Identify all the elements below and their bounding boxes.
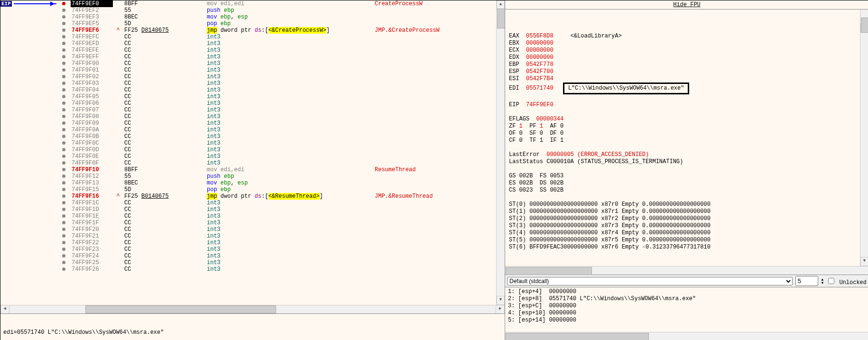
register-line[interactable]: ST(0) 00000000000000000000 x87r0 Empty 0… xyxy=(509,201,865,208)
disasm-row[interactable]: 74FF9F1255push ebp xyxy=(56,173,496,180)
register-line[interactable] xyxy=(509,165,865,173)
breakpoint-dot-icon[interactable] xyxy=(62,115,65,118)
breakpoint-dot-icon[interactable] xyxy=(62,2,65,5)
breakpoint-dot-icon[interactable] xyxy=(62,241,65,244)
scroll-right-icon[interactable]: ► xyxy=(496,305,505,314)
callconv-select[interactable]: Default (stdcall) xyxy=(507,277,793,285)
disasm-row[interactable]: 74FF9F01CCint3 xyxy=(56,67,496,74)
register-line[interactable]: EAX 0556F8D8 <&LoadLibraryA> xyxy=(509,33,865,40)
breakpoint-dot-icon[interactable] xyxy=(62,181,65,184)
breakpoint-dot-icon[interactable] xyxy=(62,135,65,138)
breakpoint-dot-icon[interactable] xyxy=(62,228,65,231)
stack-arg-line[interactable]: 3: [esp+C] 00000000 xyxy=(508,303,866,310)
disasm-row[interactable]: 74FF9F155Dpop ebp xyxy=(56,186,496,193)
register-line[interactable]: ECX 00000000 xyxy=(509,47,865,54)
breakpoint-dot-icon[interactable] xyxy=(62,9,65,12)
disasm-row[interactable]: 74FF9F08CCint3 xyxy=(56,113,496,120)
register-line[interactable]: CF 0 TF 1 IF 1 xyxy=(509,137,865,144)
breakpoint-dot-icon[interactable] xyxy=(62,22,65,25)
disasm-row[interactable]: 74FF9F04CCint3 xyxy=(56,87,496,93)
disasm-row[interactable]: 74FF9F26CCint3 xyxy=(56,266,496,273)
disasm-row[interactable]: 74FF9F108BFFmov edi,ediResumeThread xyxy=(56,166,496,173)
breakpoint-dot-icon[interactable] xyxy=(62,168,65,171)
register-line[interactable]: ST(1) 00000000000000000000 x87r1 Empty 0… xyxy=(509,208,865,215)
disasm-row[interactable]: 74FF9F23CCint3 xyxy=(56,246,496,253)
register-line[interactable]: EBP 0542F778 xyxy=(509,61,865,68)
breakpoint-dot-icon[interactable] xyxy=(62,201,65,204)
disasm-row[interactable]: 74FF9EF55Dpop ebp xyxy=(56,20,496,27)
stack-arg-line[interactable]: 1: [esp+4] 00000000 xyxy=(508,288,866,295)
disasm-row[interactable]: 74FF9F00CCint3 xyxy=(56,60,496,67)
breakpoint-dot-icon[interactable] xyxy=(62,82,65,85)
spinner-up-down-icon[interactable]: ▲▼ xyxy=(821,278,823,285)
register-line[interactable]: GS 002B FS 0053 xyxy=(509,173,865,180)
register-line[interactable]: EIP 74FF9EF0 xyxy=(509,101,865,109)
breakpoint-dot-icon[interactable] xyxy=(62,15,65,18)
register-line[interactable]: EFLAGS 00000344 xyxy=(509,116,865,123)
breakpoint-dot-icon[interactable] xyxy=(62,248,65,251)
hide-fpu-button[interactable]: Hide FPU xyxy=(505,0,868,9)
breakpoint-dot-icon[interactable] xyxy=(62,68,65,72)
disasm-hscrollbar[interactable]: ◄ ► xyxy=(0,305,505,313)
breakpoint-dot-icon[interactable] xyxy=(62,128,65,131)
register-line[interactable]: EDI 05571740L"C:\\Windows\\SysWOW64\\msr… xyxy=(509,83,865,94)
disasm-row[interactable]: 74FF9F1FCCint3 xyxy=(56,220,496,226)
disassembly-view[interactable]: 74FF9EF08BFFmov edi,ediCreateProcessW74F… xyxy=(56,0,496,305)
disasm-row[interactable]: 74FF9F138BECmov ebp, esp xyxy=(56,180,496,186)
disasm-row[interactable]: 74FF9EFCCCint3 xyxy=(56,34,496,40)
disasm-row[interactable]: 74FF9EF255push ebp xyxy=(56,7,496,14)
register-line[interactable] xyxy=(509,144,865,151)
register-line[interactable]: ST(2) 00000000000000000000 x87r2 Empty 0… xyxy=(509,215,865,222)
disasm-row[interactable]: 74FF9EFECCint3 xyxy=(56,47,496,54)
stack-arg-line[interactable]: 2: [esp+8] 05571740 L"C:\\Windows\\SysWO… xyxy=(508,295,866,303)
register-line[interactable]: ST(3) 00000000000000000000 x87r3 Empty 0… xyxy=(509,222,865,230)
disasm-row[interactable]: 74FF9F02CCint3 xyxy=(56,74,496,80)
register-line[interactable]: ST(4) 00000000000000000000 x87r4 Empty 0… xyxy=(509,230,865,237)
disasm-row[interactable]: 74FF9EF08BFFmov edi,ediCreateProcessW xyxy=(56,0,496,7)
scroll-thumb[interactable] xyxy=(506,333,649,340)
register-line[interactable]: OF 0 SF 0 DF 0 xyxy=(509,130,865,137)
breakpoint-dot-icon[interactable] xyxy=(62,194,65,198)
disasm-row[interactable]: 74FF9F05CCint3 xyxy=(56,93,496,100)
unlocked-checkbox-label[interactable]: Unlocked xyxy=(826,276,867,286)
stack-arg-line[interactable]: 5: [esp+14] 00000000 xyxy=(508,317,866,324)
breakpoint-dot-icon[interactable] xyxy=(62,75,65,78)
unlocked-checkbox[interactable] xyxy=(828,278,834,284)
register-line[interactable]: ST(6) BFFD9FEAC30000000000 x87r6 Empty -… xyxy=(509,244,865,251)
breakpoint-dot-icon[interactable] xyxy=(62,62,65,65)
disasm-vscrollbar[interactable]: ▲ ▼ xyxy=(496,0,505,305)
register-line[interactable]: ST(5) 00000000000000000000 x87r5 Empty 0… xyxy=(509,237,865,244)
breakpoint-dot-icon[interactable] xyxy=(62,254,65,257)
breakpoint-dot-icon[interactable] xyxy=(62,161,65,165)
register-line[interactable]: ESI 0542F7B4 xyxy=(509,75,865,83)
disasm-row[interactable]: 74FF9F1ECCint3 xyxy=(56,213,496,220)
disasm-row[interactable]: 74FF9F0CCCint3 xyxy=(56,140,496,147)
disasm-row[interactable]: 74FF9F1CCCint3 xyxy=(56,200,496,206)
stack-arg-line[interactable]: 4: [esp+10] 00000000 xyxy=(508,310,866,317)
register-line[interactable]: EBX 00000000 xyxy=(509,40,865,47)
register-line[interactable]: ZF 1 PF 1 AF 0 xyxy=(509,123,865,130)
breakpoint-dot-icon[interactable] xyxy=(62,121,65,125)
scroll-down-icon[interactable]: ▼ xyxy=(497,296,505,305)
register-line[interactable] xyxy=(509,194,865,201)
args-hscrollbar[interactable] xyxy=(505,332,868,340)
disasm-row[interactable]: 74FF9EFDCCint3 xyxy=(56,40,496,47)
disasm-row[interactable]: 74FF9F07CCint3 xyxy=(56,107,496,113)
breakpoint-dot-icon[interactable] xyxy=(62,261,65,264)
register-line[interactable]: LastStatus C000010A (STATUS_PROCESS_IS_T… xyxy=(509,158,865,165)
disasm-row[interactable]: 74FF9F0ACCint3 xyxy=(56,127,496,133)
register-line[interactable]: ES 002B DS 002B xyxy=(509,180,865,187)
registers-view[interactable]: ▲ ▼ EAX 0556F8D8 <&LoadLibraryA>EBX 0000… xyxy=(505,9,868,266)
disasm-row[interactable]: 74FF9F24CCint3 xyxy=(56,253,496,259)
breakpoint-dot-icon[interactable] xyxy=(62,208,65,211)
reg-hscrollbar[interactable] xyxy=(505,266,868,275)
breakpoint-dot-icon[interactable] xyxy=(62,148,65,151)
scroll-thumb[interactable] xyxy=(85,305,276,313)
breakpoint-dot-icon[interactable] xyxy=(62,188,65,191)
register-line[interactable] xyxy=(509,94,865,101)
disasm-row[interactable]: 74FF9F21CCint3 xyxy=(56,233,496,239)
disasm-row[interactable]: 74FF9F0BCCint3 xyxy=(56,133,496,140)
breakpoint-dot-icon[interactable] xyxy=(62,267,65,271)
breakpoint-dot-icon[interactable] xyxy=(62,28,65,32)
breakpoint-dot-icon[interactable] xyxy=(62,42,65,45)
